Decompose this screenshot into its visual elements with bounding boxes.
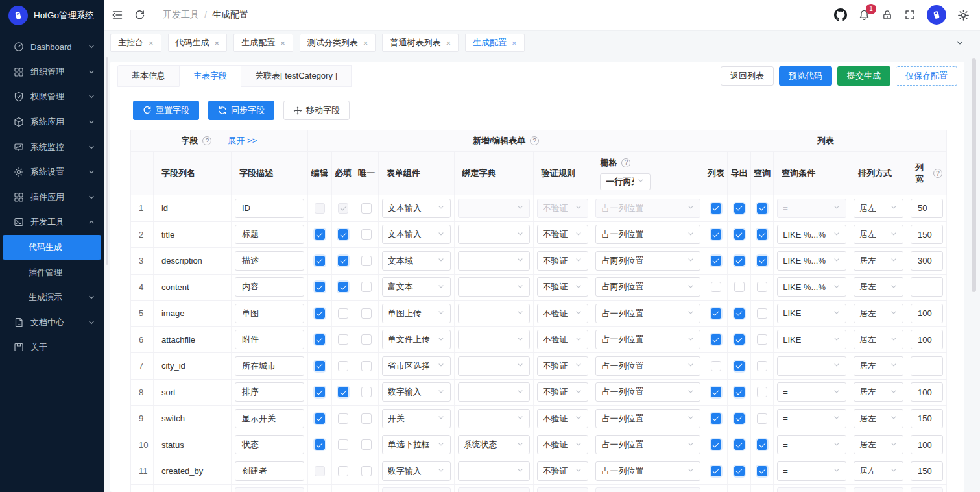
query-cond-select[interactable]: LIKE %...%: [777, 251, 846, 271]
validation-select[interactable]: 不验证: [537, 435, 589, 454]
field-desc-input[interactable]: 单图: [235, 304, 304, 323]
list-checkbox[interactable]: [711, 256, 721, 266]
grid-select[interactable]: 占两列位置: [595, 251, 700, 271]
breadcrumb-section[interactable]: 开发工具: [163, 9, 199, 21]
list-checkbox[interactable]: [711, 361, 721, 371]
tab-chip-3[interactable]: 测试分类列表×: [300, 34, 376, 52]
dict-select[interactable]: [458, 356, 530, 376]
help-icon[interactable]: ?: [530, 136, 539, 145]
edit-checkbox[interactable]: [315, 361, 325, 371]
query-checkbox[interactable]: [757, 203, 767, 214]
dict-select[interactable]: [458, 304, 530, 323]
lock-icon[interactable]: [881, 9, 893, 21]
col-width-input[interactable]: 100: [911, 382, 943, 402]
validation-select[interactable]: 不验证: [537, 277, 589, 297]
align-select[interactable]: 居左: [854, 435, 903, 454]
list-checkbox[interactable]: [711, 387, 721, 397]
export-checkbox[interactable]: [734, 203, 745, 214]
grid-select[interactable]: 占一列位置: [595, 225, 700, 244]
unique-checkbox[interactable]: [361, 282, 372, 292]
sidebar-item-plugin-app[interactable]: 插件应用: [0, 185, 104, 210]
unique-checkbox[interactable]: [361, 256, 372, 266]
sidebar-item-doc-center[interactable]: 文档中心: [0, 310, 104, 336]
component-select[interactable]: 单文件上传: [382, 330, 451, 349]
query-checkbox[interactable]: [757, 334, 767, 345]
sidebar-item-about[interactable]: 关于: [0, 335, 104, 360]
tab-chip-0[interactable]: 主控台×: [110, 34, 161, 52]
unique-checkbox[interactable]: [361, 466, 372, 476]
align-select[interactable]: 居左: [854, 251, 903, 271]
list-checkbox[interactable]: [711, 413, 721, 424]
sidebar-item-plugin-manage[interactable]: 插件管理: [0, 260, 104, 285]
close-icon[interactable]: ×: [446, 39, 451, 47]
col-width-input[interactable]: 100: [911, 304, 943, 323]
query-checkbox[interactable]: [757, 308, 767, 319]
align-select[interactable]: 居左: [854, 356, 903, 376]
grid-select[interactable]: 占一列位置: [595, 356, 700, 376]
export-checkbox[interactable]: [734, 229, 745, 240]
sidebar-item-organization[interactable]: 组织管理: [0, 60, 104, 85]
col-width-input[interactable]: 150: [911, 225, 943, 244]
field-desc-input[interactable]: 所在城市: [235, 356, 304, 376]
required-checkbox[interactable]: [338, 466, 348, 476]
notification-bell-icon[interactable]: 1: [858, 9, 870, 21]
query-cond-select[interactable]: =: [777, 409, 846, 428]
grid-select[interactable]: 占一列位置: [595, 382, 700, 402]
unique-checkbox[interactable]: [361, 229, 372, 240]
col-width-input[interactable]: [911, 277, 943, 297]
github-icon[interactable]: [834, 8, 847, 21]
tab-chip-2[interactable]: 生成配置×: [233, 34, 293, 52]
dict-select[interactable]: [458, 461, 530, 481]
sidebar-item-gen-demo[interactable]: 生成演示: [0, 285, 104, 310]
list-checkbox[interactable]: [711, 466, 721, 476]
validation-select[interactable]: 不验证: [537, 225, 589, 244]
col-width-input[interactable]: 150: [911, 461, 943, 481]
required-checkbox[interactable]: [338, 256, 348, 266]
help-icon[interactable]: ?: [933, 169, 942, 178]
dict-select[interactable]: [458, 225, 530, 244]
field-desc-input[interactable]: 状态: [235, 435, 304, 454]
close-icon[interactable]: ×: [363, 39, 368, 47]
export-checkbox[interactable]: [734, 439, 745, 450]
tabs-chevron-down-icon[interactable]: [955, 38, 964, 47]
grid-select[interactable]: 占一列位置: [595, 304, 700, 323]
required-checkbox[interactable]: [338, 229, 348, 240]
submit-generate-button[interactable]: 提交生成: [837, 66, 890, 86]
tab-chip-5[interactable]: 生成配置×: [465, 34, 525, 52]
field-desc-input[interactable]: 创建者: [235, 461, 304, 481]
component-select[interactable]: 数字输入: [382, 382, 451, 402]
user-avatar[interactable]: [927, 5, 946, 25]
help-icon[interactable]: ?: [621, 158, 630, 167]
query-checkbox[interactable]: [757, 413, 767, 424]
required-checkbox[interactable]: [338, 282, 348, 292]
sync-fields-button[interactable]: 同步字段: [208, 101, 274, 120]
query-checkbox[interactable]: [757, 282, 767, 292]
query-cond-select[interactable]: LIKE: [777, 304, 846, 323]
sidebar-item-system-app[interactable]: 系统应用: [0, 110, 104, 135]
close-icon[interactable]: ×: [215, 39, 220, 47]
dict-select[interactable]: 系统状态: [458, 435, 530, 454]
required-checkbox[interactable]: [338, 308, 348, 319]
unique-checkbox[interactable]: [361, 439, 372, 450]
col-width-input[interactable]: 50: [911, 199, 943, 218]
list-checkbox[interactable]: [711, 308, 721, 319]
component-select[interactable]: 数字输入: [382, 461, 451, 481]
align-select[interactable]: 居左: [854, 277, 903, 297]
edit-checkbox[interactable]: [315, 256, 325, 266]
validation-select[interactable]: 不验证: [537, 304, 589, 323]
tab-relation-table[interactable]: 关联表[ testCategory ]: [241, 65, 352, 87]
query-cond-select[interactable]: =: [777, 356, 846, 376]
export-checkbox[interactable]: [734, 256, 745, 266]
dict-select[interactable]: [458, 251, 530, 271]
edit-checkbox[interactable]: [315, 387, 325, 397]
save-config-button[interactable]: 仅保存配置: [896, 66, 957, 86]
field-desc-input[interactable]: 显示开关: [235, 409, 304, 428]
export-checkbox[interactable]: [734, 387, 745, 397]
edit-checkbox[interactable]: [315, 229, 325, 240]
dict-select[interactable]: [458, 409, 530, 428]
component-select[interactable]: 文本域: [382, 251, 451, 271]
settings-gear-icon[interactable]: [957, 9, 970, 21]
field-desc-input[interactable]: 排序: [235, 382, 304, 402]
expand-link[interactable]: 展开 >>: [228, 135, 257, 147]
query-cond-select[interactable]: LIKE %...%: [777, 225, 846, 244]
